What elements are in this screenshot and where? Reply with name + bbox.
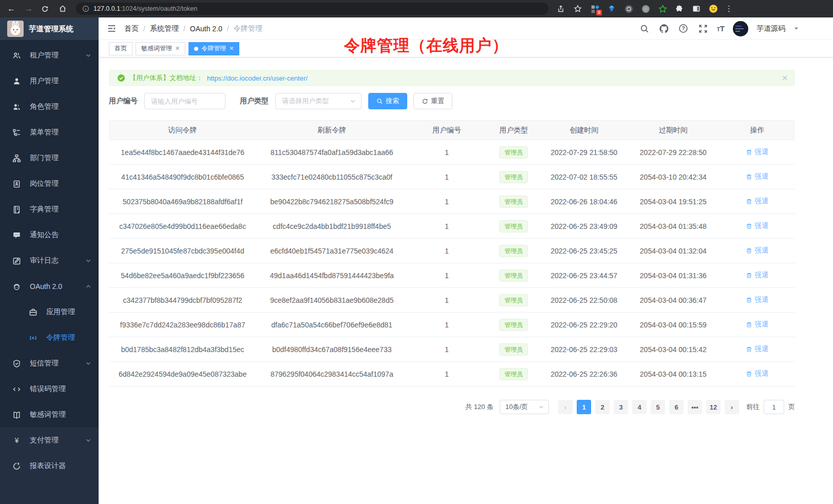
- username[interactable]: 芋道源码: [756, 24, 785, 33]
- search-icon[interactable]: [639, 23, 650, 34]
- tab-token[interactable]: 令牌管理 ✕: [188, 42, 239, 55]
- force-logout-button[interactable]: 强退: [746, 197, 768, 206]
- cell-created-time: 2022-06-25 22:29:03: [541, 345, 627, 354]
- site-info-icon[interactable]: [82, 5, 89, 12]
- browser-forward-button[interactable]: →: [24, 4, 34, 13]
- sidebar-item-report-designer[interactable]: 报表设计器: [0, 453, 99, 479]
- page-size-select[interactable]: 10条/页: [500, 400, 549, 414]
- force-logout-button[interactable]: 强退: [746, 320, 768, 329]
- bookmark-star-icon[interactable]: [573, 4, 583, 14]
- sidebar-item-post[interactable]: 岗位管理: [0, 171, 99, 197]
- force-logout-button[interactable]: 强退: [746, 147, 768, 157]
- sidebar-item-oauth2[interactable]: OAuth 2.0: [0, 274, 99, 299]
- sidebar-item-role[interactable]: 角色管理: [0, 94, 99, 120]
- sidebar-item-dict[interactable]: 字典管理: [0, 197, 99, 222]
- sidebar-item-tenant[interactable]: 租户管理: [0, 43, 99, 68]
- app-title: 芋道管理系统: [29, 24, 73, 34]
- reset-button[interactable]: 重置: [413, 93, 452, 109]
- force-logout-button[interactable]: 强退: [746, 344, 768, 354]
- font-size-icon[interactable]: TT: [717, 24, 725, 33]
- sidebar-item-audit-log[interactable]: 审计日志: [0, 248, 99, 274]
- user-type-select[interactable]: 请选择用户类型: [275, 93, 362, 109]
- sidebar-item-error-code[interactable]: 错误码管理: [0, 376, 99, 402]
- close-icon[interactable]: ✕: [229, 45, 234, 52]
- force-logout-label: 强退: [754, 221, 768, 230]
- hamburger-icon[interactable]: [99, 17, 124, 40]
- force-logout-button[interactable]: 强退: [746, 221, 768, 230]
- page-button-1[interactable]: 1: [577, 400, 591, 414]
- browser-reload-button[interactable]: [41, 5, 51, 13]
- breadcrumb-system[interactable]: 系统管理: [150, 24, 179, 33]
- extension-gem-icon[interactable]: [607, 4, 617, 14]
- user-type-tag: 管理员: [499, 319, 528, 331]
- doc-link[interactable]: https://doc.iocoder.cn/user-center/: [207, 74, 308, 82]
- sidebar-toggle-icon[interactable]: [691, 4, 702, 14]
- sidebar-item-user[interactable]: 用户管理: [0, 68, 99, 94]
- goto-page-input[interactable]: [764, 400, 784, 414]
- cell-access-token: c342377bf8b344799dcbf7bf095287f2: [109, 296, 256, 304]
- search-button[interactable]: 搜索: [368, 93, 407, 109]
- table-row: c347026e805e4d99b0d116eae66eda8ccdfc4ce9…: [109, 214, 795, 239]
- close-icon[interactable]: ✕: [175, 45, 180, 52]
- user-type-tag: 管理员: [499, 196, 528, 208]
- fullscreen-icon[interactable]: [697, 23, 709, 34]
- github-icon[interactable]: [658, 23, 670, 34]
- sidebar-item-sms[interactable]: 短信管理: [0, 351, 99, 376]
- force-logout-label: 强退: [754, 320, 768, 329]
- extension-blocks-icon[interactable]: 9: [590, 4, 600, 14]
- filter-form: 用户编号 用户类型 请选择用户类型 搜索 重置: [109, 93, 795, 109]
- tab-sensitive-word[interactable]: 敏感词管理 ✕: [136, 42, 185, 55]
- page-button-4[interactable]: 4: [632, 400, 647, 414]
- caret-down-icon[interactable]: [793, 26, 799, 31]
- extension-record-icon[interactable]: [640, 4, 651, 14]
- cell-expire-time: 2054-03-04 19:51:25: [627, 198, 720, 206]
- address-bar[interactable]: 127.0.0.1:1024/system/oauth2/token: [76, 3, 548, 15]
- breadcrumb-oauth2[interactable]: OAuth 2.0: [190, 25, 222, 33]
- next-page-button[interactable]: ›: [725, 400, 739, 414]
- page-button-12[interactable]: 12: [706, 400, 721, 414]
- sidebar-item-dept[interactable]: 部门管理: [0, 145, 99, 171]
- cell-access-token: f9336e7c7dd242a283ee98dc86b17a87: [109, 321, 256, 329]
- cell-created-time: 2022-07-02 18:55:55: [541, 173, 627, 181]
- breadcrumb-home[interactable]: 首页: [124, 24, 139, 33]
- profile-emoji-icon[interactable]: [708, 4, 718, 14]
- refresh-icon: [422, 98, 428, 105]
- table-row: b0d1785bc3a8482f812db4a3f3bd15ecb0df4980…: [109, 337, 795, 362]
- share-icon[interactable]: [556, 4, 566, 14]
- chevron-down-icon: [85, 437, 91, 443]
- sidebar-item-sensitive-word[interactable]: 敏感词管理: [0, 402, 99, 428]
- sidebar-item-notice[interactable]: 通知公告: [0, 222, 99, 248]
- alert-close-icon[interactable]: ✕: [782, 74, 788, 82]
- extension-command-icon[interactable]: [623, 4, 634, 14]
- browser-back-button[interactable]: ←: [6, 4, 16, 13]
- sidebar-item-pay[interactable]: ¥ 支付管理: [0, 428, 99, 453]
- app-logo[interactable]: 芋道管理系统: [0, 17, 99, 40]
- browser-home-button[interactable]: [59, 5, 69, 13]
- page-button-2[interactable]: 2: [595, 400, 610, 414]
- sidebar-item-oauth2-token[interactable]: A 令牌管理: [0, 325, 99, 351]
- tab-home[interactable]: 首页: [109, 42, 132, 55]
- cell-created-time: 2022-06-25 22:50:08: [541, 296, 627, 304]
- force-logout-button[interactable]: 强退: [746, 246, 768, 255]
- page-button-6[interactable]: 6: [669, 400, 684, 414]
- trash-icon: [746, 173, 752, 180]
- trash-icon: [746, 223, 752, 229]
- sidebar-item-oauth2-app[interactable]: 应用管理: [0, 299, 99, 325]
- force-logout-button[interactable]: 强退: [746, 270, 768, 280]
- cell-refresh-token: be90422b8c7946218275a508bf524fc9: [256, 198, 407, 206]
- force-logout-button[interactable]: 强退: [746, 369, 768, 378]
- page-button-5[interactable]: 5: [651, 400, 665, 414]
- avatar[interactable]: [733, 21, 748, 36]
- force-logout-button[interactable]: 强退: [746, 172, 768, 181]
- browser-menu-icon[interactable]: ⋮: [725, 4, 733, 13]
- prev-page-button[interactable]: ‹: [558, 400, 573, 414]
- extension-star-icon[interactable]: [657, 4, 668, 14]
- help-icon[interactable]: ?: [678, 23, 689, 34]
- extensions-puzzle-icon[interactable]: [674, 4, 685, 14]
- cell-refresh-token: 49d1aa46d1454fbd87591444423be9fa: [256, 272, 407, 280]
- user-id-input[interactable]: [144, 93, 225, 109]
- force-logout-button[interactable]: 强退: [746, 295, 768, 304]
- sidebar-item-menu[interactable]: 菜单管理: [0, 120, 99, 145]
- page-button-3[interactable]: 3: [614, 400, 628, 414]
- page-ellipsis[interactable]: •••: [688, 400, 702, 414]
